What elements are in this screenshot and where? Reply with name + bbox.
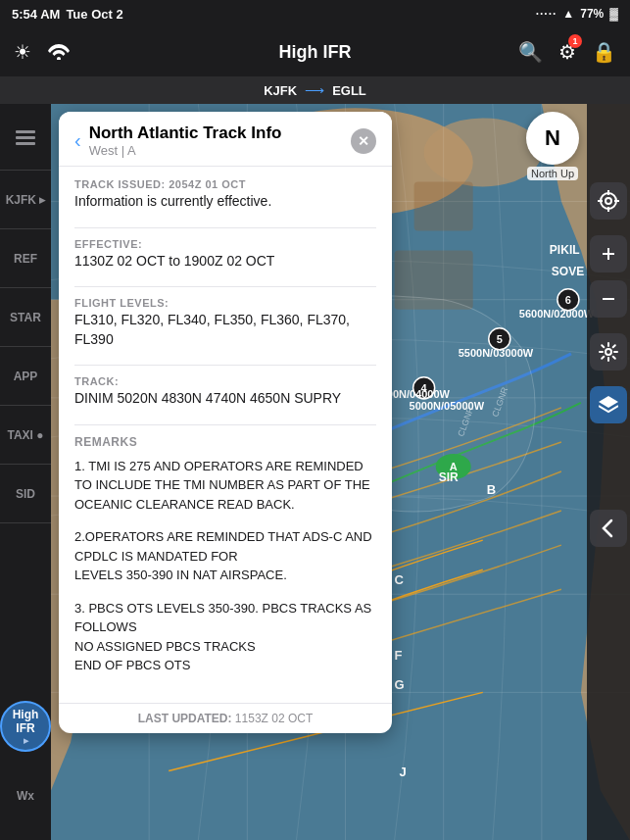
svg-text:5500N/03000W: 5500N/03000W (459, 347, 534, 359)
divider-4 (74, 424, 376, 425)
flight-levels-label: FLIGHT LEVELS: (74, 297, 376, 309)
divider-3 (74, 365, 376, 366)
panel-title-block: North Atlantic Track Info West | A (89, 124, 343, 158)
battery-percent: 77% (580, 7, 604, 21)
compass-n-letter: N (545, 125, 560, 151)
effective-value: 1130Z 02 OCT to 1900Z 02 OCT (74, 252, 376, 272)
remarks-section: REMARKS 1. TMI IS 275 AND OPERATORS ARE … (74, 435, 376, 675)
track-issued-label: TRACK ISSUED: 2054Z 01 OCT (74, 178, 376, 190)
map-area[interactable]: CLGNR CLGNR 6 5 4 3 A SOVE 5600N/02000W … (51, 104, 630, 840)
sidebar-item-kjfk[interactable]: KJFK ▸ (0, 171, 51, 229)
svg-point-45 (601, 193, 616, 209)
footer-value: 1153Z 02 OCT (235, 712, 313, 725)
svg-point-46 (606, 198, 611, 204)
svg-rect-2 (16, 136, 35, 139)
app-label: APP (14, 370, 38, 383)
remark-item-1: 1. TMI IS 275 AND OPERATORS ARE REMINDED… (74, 457, 376, 515)
compass-circle[interactable]: N (526, 112, 579, 165)
panel-footer: LAST UPDATED: 1153Z 02 OCT (59, 703, 392, 733)
svg-text:F: F (395, 648, 403, 663)
nav-title: High IFR (279, 42, 352, 63)
svg-text:B: B (487, 482, 496, 497)
taxi-label: TAXI ● (7, 428, 43, 442)
layer-toggle-button[interactable] (590, 386, 627, 423)
sid-label: SID (16, 487, 35, 501)
track-value: DINIM 5020N 4830N 4740N 4650N SUPRY (74, 389, 376, 409)
route-from: KJFK (264, 83, 297, 98)
svg-text:SOVE: SOVE (552, 265, 584, 278)
high-ifr-badge[interactable]: High IFR ▸ (0, 701, 51, 752)
nav-right: 🔍 ⚙ 1 🔒 (518, 40, 616, 64)
status-right: ····· ▲ 77% ▓ (536, 7, 618, 21)
panel-close-button[interactable]: ✕ (351, 128, 376, 154)
wifi-icon: ▲ (562, 7, 574, 21)
lock-icon[interactable]: 🔒 (592, 40, 616, 64)
star-label: STAR (10, 311, 41, 324)
route-bar: KJFK ⟶ EGLL (0, 76, 630, 104)
track-issued-section: TRACK ISSUED: 2054Z 01 OCT Information i… (74, 178, 376, 212)
route-arrow: ⟶ (305, 82, 324, 98)
sidebar-item-sid[interactable]: SID (0, 465, 51, 523)
divider-1 (74, 227, 376, 228)
remark-item-2: 2.OPERATORS ARE REMINDED THAT ADS-C AND … (74, 527, 376, 585)
remarks-title: REMARKS (74, 435, 376, 449)
right-toolbar (587, 104, 630, 840)
track-section: TRACK: DINIM 5020N 4830N 4740N 4650N SUP… (74, 375, 376, 409)
sidebar-item-wx[interactable]: Wx (0, 771, 51, 820)
svg-text:6: 6 (565, 294, 571, 306)
nav-left: ☀ (14, 40, 71, 64)
svg-rect-20 (414, 181, 473, 230)
target-icon[interactable] (590, 182, 627, 220)
divider-2 (74, 286, 376, 287)
effective-label: EFFECTIVE: (74, 238, 376, 250)
svg-rect-1 (16, 130, 35, 133)
date: Tue Oct 2 (66, 7, 122, 22)
effective-section: EFFECTIVE: 1130Z 02 OCT to 1900Z 02 OCT (74, 238, 376, 272)
battery-icon: ▓ (609, 7, 618, 21)
svg-text:PIKIL: PIKIL (550, 243, 580, 257)
svg-text:5: 5 (497, 333, 503, 345)
north-up-compass[interactable]: N North Up (524, 112, 581, 188)
sidebar-item-app[interactable]: APP (0, 347, 51, 406)
zoom-in-button[interactable] (590, 235, 627, 272)
svg-text:5600N/02000W: 5600N/02000W (519, 308, 595, 320)
chevron-button[interactable] (590, 510, 627, 547)
remark-item-3: 3. PBCS OTS LEVELS 350-390. PBCS TRACKS … (74, 599, 376, 675)
north-up-label: North Up (527, 167, 578, 180)
kjfk-label: KJFK ▸ (6, 193, 46, 207)
high-ifr-arrow: ▸ (24, 735, 28, 746)
search-icon[interactable]: 🔍 (518, 40, 543, 64)
main-area: KJFK ▸ REF STAR APP TAXI ● SID High IFR … (0, 104, 630, 840)
settings-icon[interactable]: ⚙ 1 (558, 40, 576, 64)
left-sidebar: KJFK ▸ REF STAR APP TAXI ● SID High IFR … (0, 104, 51, 840)
svg-point-0 (57, 57, 61, 60)
panel-header: ‹ North Atlantic Track Info West | A ✕ (59, 112, 392, 167)
high-ifr-line2: IFR (16, 721, 34, 735)
sidebar-item-taxi[interactable]: TAXI ● (0, 406, 51, 465)
svg-text:G: G (395, 677, 405, 692)
svg-rect-51 (603, 298, 614, 300)
sun-icon[interactable]: ☀ (14, 40, 31, 64)
svg-text:C: C (395, 572, 405, 587)
ref-label: REF (14, 252, 37, 266)
info-panel: ‹ North Atlantic Track Info West | A ✕ T… (59, 112, 392, 733)
layers-icon (15, 129, 36, 152)
sidebar-item-layers[interactable] (0, 112, 51, 171)
svg-point-52 (606, 349, 611, 355)
wifi-nav-icon[interactable] (47, 40, 71, 64)
footer-label: LAST UPDATED: (138, 712, 235, 725)
flight-levels-section: FLIGHT LEVELS: FL310, FL320, FL340, FL35… (74, 297, 376, 349)
top-nav: ☀ High IFR 🔍 ⚙ 1 🔒 (0, 27, 630, 76)
track-issued-value: Information is currently effective. (74, 192, 376, 212)
high-ifr-line1: High (13, 708, 39, 721)
panel-subtitle: West | A (89, 143, 343, 158)
sidebar-item-star[interactable]: STAR (0, 288, 51, 347)
svg-text:SIR: SIR (439, 470, 459, 484)
wx-label: Wx (17, 789, 34, 803)
panel-back-button[interactable]: ‹ (74, 129, 81, 152)
svg-text:5000N/05000W: 5000N/05000W (410, 400, 485, 412)
zoom-out-button[interactable] (590, 280, 627, 318)
panel-content[interactable]: TRACK ISSUED: 2054Z 01 OCT Information i… (59, 167, 392, 703)
sidebar-item-ref[interactable]: REF (0, 229, 51, 288)
settings-map-button[interactable] (590, 333, 627, 371)
